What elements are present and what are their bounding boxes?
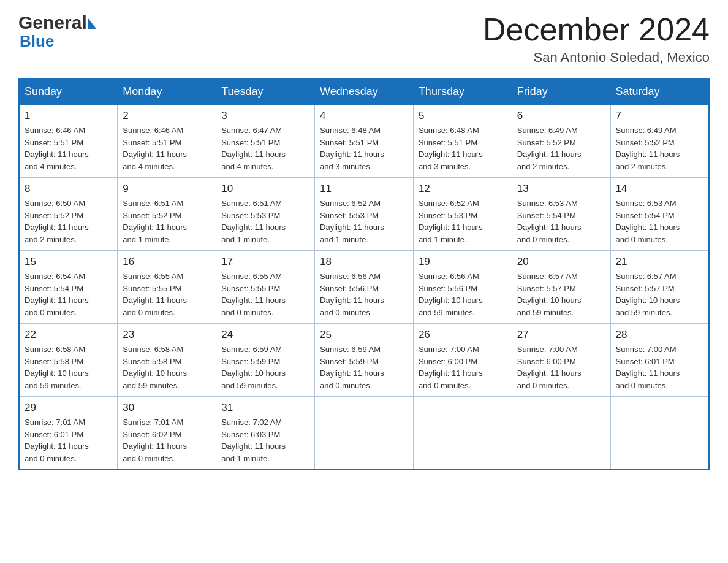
calendar-header-row: Sunday Monday Tuesday Wednesday Thursday…: [19, 79, 709, 105]
col-friday: Friday: [512, 79, 610, 105]
day-number: 27: [517, 329, 605, 341]
month-title: December 2024: [483, 12, 710, 47]
day-number: 2: [123, 110, 211, 122]
logo-arrow-icon: [88, 18, 97, 29]
day-info: Sunrise: 6:59 AMSunset: 5:59 PMDaylight:…: [320, 345, 384, 390]
col-wednesday: Wednesday: [315, 79, 414, 105]
day-number: 24: [221, 329, 309, 341]
day-number: 28: [616, 329, 703, 341]
day-number: 16: [123, 256, 211, 268]
calendar-cell: 30 Sunrise: 7:01 AMSunset: 6:02 PMDaylig…: [118, 397, 216, 470]
calendar-cell: 20 Sunrise: 6:57 AMSunset: 5:57 PMDaylig…: [512, 251, 610, 324]
logo-text-blue: Blue: [18, 32, 54, 51]
day-number: 7: [616, 110, 703, 122]
day-info: Sunrise: 7:01 AMSunset: 6:01 PMDaylight:…: [25, 418, 89, 463]
calendar-cell: 11 Sunrise: 6:52 AMSunset: 5:53 PMDaylig…: [315, 178, 414, 251]
calendar-cell: [413, 397, 512, 470]
day-number: 25: [320, 329, 408, 341]
day-info: Sunrise: 6:58 AMSunset: 5:58 PMDaylight:…: [25, 345, 89, 390]
calendar-cell: 8 Sunrise: 6:50 AMSunset: 5:52 PMDayligh…: [19, 178, 118, 251]
calendar-cell: 15 Sunrise: 6:54 AMSunset: 5:54 PMDaylig…: [19, 251, 118, 324]
calendar-cell: 25 Sunrise: 6:59 AMSunset: 5:59 PMDaylig…: [315, 324, 414, 397]
col-sunday: Sunday: [19, 79, 118, 105]
day-number: 14: [616, 183, 703, 195]
day-number: 8: [25, 183, 112, 195]
day-info: Sunrise: 6:55 AMSunset: 5:55 PMDaylight:…: [123, 272, 187, 317]
day-info: Sunrise: 6:52 AMSunset: 5:53 PMDaylight:…: [419, 199, 483, 244]
calendar-cell: 28 Sunrise: 7:00 AMSunset: 6:01 PMDaylig…: [610, 324, 709, 397]
calendar-cell: 12 Sunrise: 6:52 AMSunset: 5:53 PMDaylig…: [413, 178, 512, 251]
calendar-cell: 10 Sunrise: 6:51 AMSunset: 5:53 PMDaylig…: [216, 178, 315, 251]
calendar-cell: 5 Sunrise: 6:48 AMSunset: 5:51 PMDayligh…: [413, 105, 512, 178]
day-number: 22: [25, 329, 112, 341]
day-number: 4: [320, 110, 408, 122]
calendar-cell: 3 Sunrise: 6:47 AMSunset: 5:51 PMDayligh…: [216, 105, 315, 178]
day-number: 31: [221, 402, 309, 414]
day-info: Sunrise: 6:57 AMSunset: 5:57 PMDaylight:…: [616, 272, 680, 317]
day-info: Sunrise: 6:49 AMSunset: 5:52 PMDaylight:…: [616, 126, 680, 171]
logo: General Blue: [18, 12, 97, 51]
day-info: Sunrise: 6:46 AMSunset: 5:51 PMDaylight:…: [123, 126, 187, 171]
calendar-cell: 18 Sunrise: 6:56 AMSunset: 5:56 PMDaylig…: [315, 251, 414, 324]
calendar-cell: 16 Sunrise: 6:55 AMSunset: 5:55 PMDaylig…: [118, 251, 216, 324]
day-info: Sunrise: 7:01 AMSunset: 6:02 PMDaylight:…: [123, 418, 187, 463]
day-info: Sunrise: 6:54 AMSunset: 5:54 PMDaylight:…: [25, 272, 89, 317]
day-number: 15: [25, 256, 112, 268]
day-info: Sunrise: 6:59 AMSunset: 5:59 PMDaylight:…: [221, 345, 286, 390]
day-number: 13: [517, 183, 605, 195]
calendar-cell: 27 Sunrise: 7:00 AMSunset: 6:00 PMDaylig…: [512, 324, 610, 397]
logo-text-general: General: [18, 12, 87, 33]
day-info: Sunrise: 6:49 AMSunset: 5:52 PMDaylight:…: [517, 126, 582, 171]
location-title: San Antonio Soledad, Mexico: [483, 50, 710, 66]
day-number: 12: [419, 183, 507, 195]
day-number: 11: [320, 183, 408, 195]
day-number: 29: [25, 402, 112, 414]
col-monday: Monday: [118, 79, 216, 105]
calendar-table: Sunday Monday Tuesday Wednesday Thursday…: [18, 78, 710, 470]
day-number: 23: [123, 329, 211, 341]
day-info: Sunrise: 6:48 AMSunset: 5:51 PMDaylight:…: [320, 126, 384, 171]
calendar-cell: 26 Sunrise: 7:00 AMSunset: 6:00 PMDaylig…: [413, 324, 512, 397]
page-header: General Blue December 2024 San Antonio S…: [18, 12, 710, 66]
col-saturday: Saturday: [610, 79, 709, 105]
day-number: 3: [221, 110, 309, 122]
calendar-cell: 24 Sunrise: 6:59 AMSunset: 5:59 PMDaylig…: [216, 324, 315, 397]
calendar-cell: [512, 397, 610, 470]
calendar-cell: 4 Sunrise: 6:48 AMSunset: 5:51 PMDayligh…: [315, 105, 414, 178]
calendar-cell: [610, 397, 709, 470]
day-info: Sunrise: 6:53 AMSunset: 5:54 PMDaylight:…: [517, 199, 582, 244]
day-info: Sunrise: 6:53 AMSunset: 5:54 PMDaylight:…: [616, 199, 680, 244]
col-thursday: Thursday: [413, 79, 512, 105]
day-number: 26: [419, 329, 507, 341]
calendar-cell: 14 Sunrise: 6:53 AMSunset: 5:54 PMDaylig…: [610, 178, 709, 251]
day-info: Sunrise: 6:47 AMSunset: 5:51 PMDaylight:…: [221, 126, 286, 171]
day-number: 10: [221, 183, 309, 195]
day-number: 17: [221, 256, 309, 268]
day-info: Sunrise: 6:50 AMSunset: 5:52 PMDaylight:…: [25, 199, 89, 244]
calendar-cell: 19 Sunrise: 6:56 AMSunset: 5:56 PMDaylig…: [413, 251, 512, 324]
calendar-week-4: 22 Sunrise: 6:58 AMSunset: 5:58 PMDaylig…: [19, 324, 709, 397]
calendar-cell: 31 Sunrise: 7:02 AMSunset: 6:03 PMDaylig…: [216, 397, 315, 470]
day-info: Sunrise: 6:51 AMSunset: 5:53 PMDaylight:…: [221, 199, 286, 244]
title-area: December 2024 San Antonio Soledad, Mexic…: [483, 12, 710, 66]
day-info: Sunrise: 6:58 AMSunset: 5:58 PMDaylight:…: [123, 345, 187, 390]
calendar-cell: 23 Sunrise: 6:58 AMSunset: 5:58 PMDaylig…: [118, 324, 216, 397]
calendar-cell: 9 Sunrise: 6:51 AMSunset: 5:52 PMDayligh…: [118, 178, 216, 251]
day-number: 21: [616, 256, 703, 268]
calendar-week-1: 1 Sunrise: 6:46 AMSunset: 5:51 PMDayligh…: [19, 105, 709, 178]
day-info: Sunrise: 7:00 AMSunset: 6:01 PMDaylight:…: [616, 345, 680, 390]
day-info: Sunrise: 6:56 AMSunset: 5:56 PMDaylight:…: [419, 272, 483, 317]
day-number: 18: [320, 256, 408, 268]
calendar-week-2: 8 Sunrise: 6:50 AMSunset: 5:52 PMDayligh…: [19, 178, 709, 251]
calendar-week-5: 29 Sunrise: 7:01 AMSunset: 6:01 PMDaylig…: [19, 397, 709, 470]
calendar-cell: 7 Sunrise: 6:49 AMSunset: 5:52 PMDayligh…: [610, 105, 709, 178]
calendar-cell: 29 Sunrise: 7:01 AMSunset: 6:01 PMDaylig…: [19, 397, 118, 470]
day-number: 5: [419, 110, 507, 122]
day-number: 30: [123, 402, 211, 414]
day-info: Sunrise: 6:46 AMSunset: 5:51 PMDaylight:…: [25, 126, 89, 171]
day-info: Sunrise: 7:00 AMSunset: 6:00 PMDaylight:…: [419, 345, 483, 390]
day-info: Sunrise: 6:56 AMSunset: 5:56 PMDaylight:…: [320, 272, 384, 317]
calendar-cell: 22 Sunrise: 6:58 AMSunset: 5:58 PMDaylig…: [19, 324, 118, 397]
day-number: 19: [419, 256, 507, 268]
day-info: Sunrise: 7:02 AMSunset: 6:03 PMDaylight:…: [221, 418, 286, 463]
